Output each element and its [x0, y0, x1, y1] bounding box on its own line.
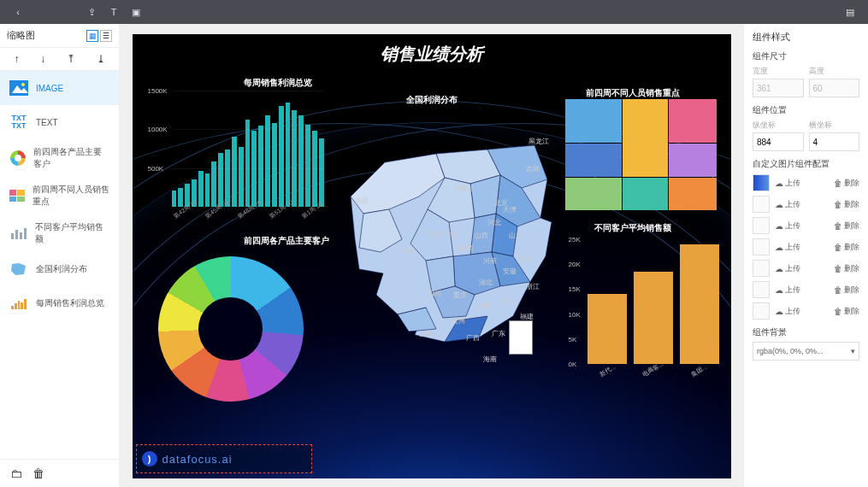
- delete-button[interactable]: 🗑删除: [834, 242, 859, 253]
- delete-button[interactable]: 🗑删除: [834, 199, 859, 210]
- trash-icon[interactable]: 🗑: [32, 466, 44, 480]
- dashboard-canvas[interactable]: 销售业绩分析 每周销售利润总览 全国利润分布 前四周不同人员销售重点 不同客户平…: [133, 34, 731, 478]
- delete-button[interactable]: 🗑删除: [834, 285, 859, 296]
- upload-button[interactable]: ☁上传: [775, 285, 800, 296]
- image-config-row: ☁上传🗑删除: [753, 238, 859, 255]
- province-label: 江苏: [517, 255, 531, 264]
- image-thumb[interactable]: [753, 238, 770, 255]
- province-label: 贵州: [452, 316, 465, 326]
- y-label: 横坐标: [809, 120, 860, 131]
- upload-button[interactable]: ☁上传: [775, 263, 800, 274]
- move-down-icon[interactable]: ↓: [40, 53, 45, 65]
- province-label: 湖北: [479, 278, 493, 287]
- sidebar-item-label: 前四周不同人员销售重点: [32, 184, 110, 208]
- treemap-icon: [9, 185, 26, 206]
- sidebar-item-treemap[interactable]: 前四周不同人员销售重点: [0, 177, 119, 214]
- sidebar-item-image[interactable]: IMAGE: [0, 71, 119, 105]
- province-label: 宁夏: [445, 231, 458, 240]
- view-grid-icon[interactable]: ▦: [86, 30, 98, 42]
- sidebar-item-text[interactable]: TXTTXT TEXT: [0, 105, 119, 139]
- province-label: 四川: [428, 289, 441, 298]
- canvas-area[interactable]: 销售业绩分析 每周销售利润总览 全国利润分布 前四周不同人员销售重点 不同客户平…: [120, 24, 743, 487]
- move-up-icon[interactable]: ↑: [14, 53, 19, 65]
- move-top-icon[interactable]: ⤒: [67, 53, 75, 65]
- province-label: 内蒙古: [453, 184, 474, 193]
- bg-value: rgba(0%, 0%, 0%...: [757, 347, 824, 355]
- image-thumb[interactable]: [753, 302, 770, 320]
- move-bottom-icon[interactable]: ⤓: [97, 53, 105, 65]
- delete-icon: 🗑: [834, 243, 842, 252]
- height-label: 高度: [809, 66, 860, 77]
- upload-button[interactable]: ☁上传: [775, 306, 800, 317]
- export-icon[interactable]: ⇪: [82, 3, 101, 21]
- province-label: 安徽: [503, 267, 517, 276]
- left-panel-title: 缩略图: [7, 29, 35, 42]
- bar2-icon: [9, 293, 29, 314]
- province-label: 重庆: [453, 290, 467, 300]
- image-thumb[interactable]: [753, 196, 770, 213]
- sidebar-item-bars[interactable]: 不同客户平均销售额: [0, 214, 119, 252]
- upload-button[interactable]: ☁上传: [775, 220, 800, 232]
- sidebar-item-bars2[interactable]: 每周销售利润总览: [0, 286, 119, 320]
- sidebar-item-donut[interactable]: 前四周各产品主要客户: [0, 139, 119, 177]
- image-config-row: ☁上传🗑删除: [753, 302, 859, 320]
- x-label: 纵坐标: [753, 120, 804, 131]
- view-list-icon[interactable]: ☰: [100, 30, 112, 42]
- sales-focus-treemap[interactable]: [565, 99, 716, 208]
- delete-button[interactable]: 🗑删除: [834, 263, 859, 274]
- upload-button[interactable]: ☁上传: [775, 178, 800, 189]
- image-thumb[interactable]: [753, 281, 770, 298]
- logo-icon: ): [142, 451, 157, 466]
- delete-button[interactable]: 🗑删除: [834, 220, 859, 232]
- delete-icon: 🗑: [834, 200, 842, 209]
- province-label: 青海: [402, 246, 416, 255]
- image-thumb[interactable]: [753, 174, 770, 191]
- avg-sales-chart[interactable]: 新代...电商客...集团... 0K5K10K15K20K25K: [569, 234, 723, 379]
- back-button[interactable]: ‹: [9, 3, 27, 21]
- delete-button[interactable]: 🗑删除: [834, 178, 859, 189]
- selected-image-widget[interactable]: ) datafocus.ai: [136, 444, 312, 473]
- image-thumb[interactable]: [753, 217, 770, 234]
- image-config-row: ☁上传🗑删除: [753, 260, 859, 277]
- province-label: 新疆: [355, 197, 369, 206]
- upload-icon: ☁: [775, 221, 783, 231]
- upload-button[interactable]: ☁上传: [775, 242, 800, 253]
- image-config-row: ☁上传🗑删除: [753, 281, 859, 298]
- province-label: 天津: [503, 205, 517, 214]
- preview-icon[interactable]: ▤: [841, 3, 859, 21]
- y-input[interactable]: [809, 132, 860, 151]
- right-panel: 组件样式 组件尺寸 宽度 高度 组件位置 纵坐标 横坐标 自定义图片组件配置 ☁…: [743, 24, 868, 487]
- logo-text: datafocus.ai: [162, 453, 233, 466]
- image-config-row: ☁上传🗑删除: [753, 217, 859, 234]
- upload-icon: ☁: [775, 285, 783, 295]
- image-tool-icon[interactable]: ▣: [127, 3, 145, 21]
- sidebar-item-label: 全国利润分布: [36, 263, 87, 275]
- product-customers-donut[interactable]: [158, 256, 304, 402]
- panel-title: 组件样式: [753, 31, 859, 44]
- map-legend: [509, 320, 533, 355]
- custom-section-title: 自定义图片组件配置: [753, 158, 859, 170]
- province-label: 吉林: [526, 164, 540, 173]
- sidebar-item-label: 前四周各产品主要客户: [33, 146, 110, 170]
- province-label: 浙江: [526, 282, 540, 291]
- image-icon: [9, 78, 29, 98]
- sidebar-item-map[interactable]: 全国利润分布: [0, 252, 119, 286]
- upload-icon: ☁: [775, 307, 783, 316]
- folder-icon[interactable]: 🗀: [10, 466, 22, 480]
- delete-icon: 🗑: [834, 307, 842, 316]
- bg-color-picker[interactable]: rgba(0%, 0%, 0%... ▾: [753, 342, 859, 361]
- weekly-profit-chart[interactable]: 第42周 20..第45周 20..第48周 20..第51周 20..第1周 …: [148, 85, 328, 222]
- chart-title-focus: 前四周不同人员销售重点: [586, 87, 680, 99]
- image-config-row: ☁上传🗑删除: [753, 196, 859, 213]
- sidebar-item-label: 不同客户平均销售额: [35, 221, 110, 245]
- chevron-down-icon: ▾: [851, 347, 855, 355]
- province-label: 江西: [500, 297, 514, 307]
- delete-icon: 🗑: [834, 221, 842, 231]
- text-tool-icon[interactable]: T: [104, 3, 123, 21]
- svg-point-2: [21, 83, 25, 86]
- image-thumb[interactable]: [753, 260, 770, 277]
- china-map[interactable]: 黑龙江吉林新疆内蒙古北京天津甘肃青海宁夏陕西山西河北山东河南江苏安徽湖北四川重庆…: [316, 103, 573, 359]
- upload-button[interactable]: ☁上传: [775, 199, 800, 210]
- delete-button[interactable]: 🗑删除: [834, 306, 859, 317]
- x-input[interactable]: [753, 132, 804, 151]
